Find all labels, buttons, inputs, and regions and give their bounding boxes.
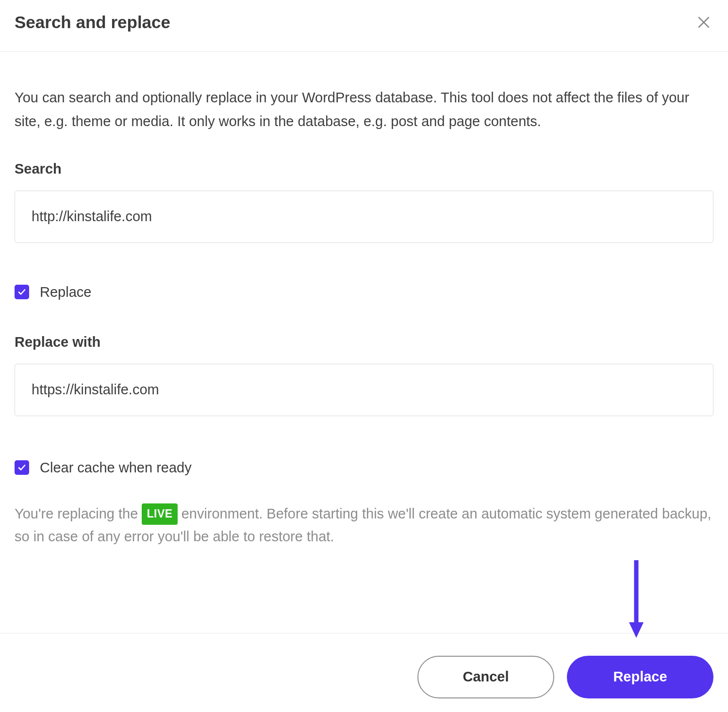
close-icon <box>697 16 710 29</box>
description-text: You can search and optionally replace in… <box>15 86 713 134</box>
modal-body: You can search and optionally replace in… <box>0 52 728 568</box>
search-input[interactable] <box>15 191 713 243</box>
note-prefix: You're replacing the <box>15 506 138 521</box>
modal-footer: Cancel Replace <box>0 642 728 712</box>
search-replace-modal: Search and replace You can search and op… <box>0 0 728 712</box>
cancel-button[interactable]: Cancel <box>417 656 554 698</box>
replace-checkbox[interactable] <box>15 285 29 299</box>
replace-button-label: Replace <box>613 669 667 685</box>
environment-note: You're replacing the LIVE environment. B… <box>15 502 713 549</box>
replace-with-input[interactable] <box>15 364 713 416</box>
replace-checkbox-label: Replace <box>40 284 91 300</box>
clear-cache-checkbox-row[interactable]: Clear cache when ready <box>15 460 713 476</box>
close-button[interactable] <box>694 13 713 32</box>
check-icon <box>17 463 26 472</box>
search-label: Search <box>15 161 713 177</box>
env-badge: LIVE <box>142 503 177 525</box>
cancel-button-label: Cancel <box>463 669 509 685</box>
replace-button[interactable]: Replace <box>567 656 713 698</box>
replace-checkbox-row[interactable]: Replace <box>15 284 713 300</box>
modal-header: Search and replace <box>0 0 728 51</box>
svg-marker-3 <box>629 622 644 638</box>
modal-title: Search and replace <box>15 13 170 32</box>
clear-cache-checkbox[interactable] <box>15 460 29 475</box>
replace-with-label: Replace with <box>15 334 713 350</box>
arrow-annotation-icon <box>629 560 644 638</box>
check-icon <box>17 288 26 296</box>
footer-divider <box>0 633 728 633</box>
clear-cache-checkbox-label: Clear cache when ready <box>40 460 192 476</box>
